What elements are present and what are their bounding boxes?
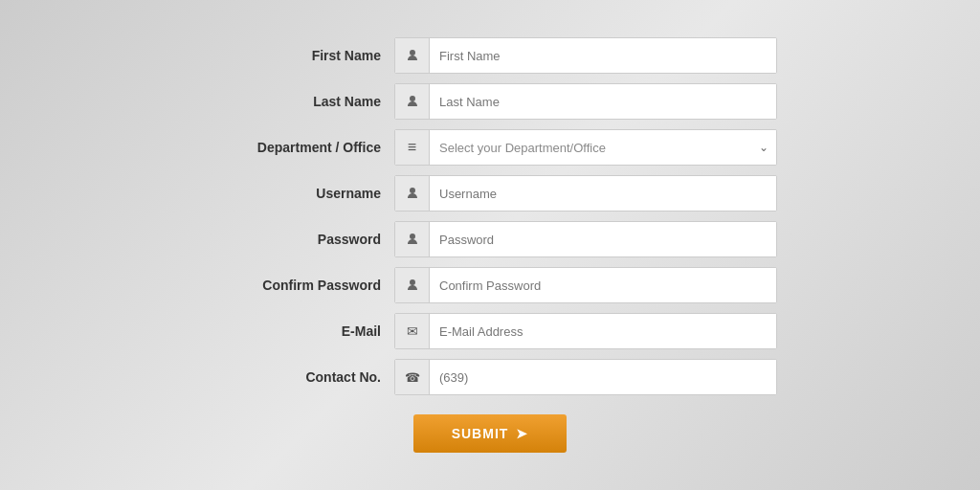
username-input-wrapper bbox=[394, 175, 777, 212]
confirm-password-row: Confirm Password bbox=[203, 267, 777, 303]
confirm-password-input[interactable] bbox=[430, 268, 776, 302]
password-input[interactable] bbox=[430, 222, 776, 256]
email-input-wrapper: ✉ bbox=[394, 313, 777, 349]
password-row: Password bbox=[203, 221, 777, 257]
last-name-row: Last Name bbox=[203, 83, 777, 120]
last-name-input-wrapper bbox=[394, 83, 777, 120]
last-name-input[interactable] bbox=[430, 84, 776, 119]
department-label: Department / Office bbox=[203, 140, 394, 155]
first-name-input-wrapper bbox=[394, 37, 777, 74]
user-icon-5 bbox=[395, 268, 430, 302]
email-input[interactable] bbox=[430, 314, 776, 348]
list-icon: ≡ bbox=[395, 130, 430, 165]
username-input[interactable] bbox=[430, 176, 776, 211]
user-icon-4 bbox=[395, 222, 430, 256]
registration-form: First Name Last Name Department / Office… bbox=[165, 9, 815, 481]
department-row: Department / Office ≡ Select your Depart… bbox=[203, 129, 777, 166]
submit-label: SUBMIT bbox=[452, 426, 509, 441]
first-name-label: First Name bbox=[203, 48, 394, 63]
contact-input-wrapper: ☎ bbox=[394, 359, 777, 395]
email-label: E-Mail bbox=[203, 323, 394, 339]
contact-input[interactable] bbox=[430, 360, 776, 394]
password-input-wrapper bbox=[394, 221, 777, 257]
email-icon: ✉ bbox=[395, 314, 430, 348]
last-name-label: Last Name bbox=[203, 94, 394, 109]
password-label: Password bbox=[203, 232, 394, 247]
department-select-wrapper: Select your Department/Office ⌄ bbox=[430, 130, 776, 165]
user-icon bbox=[395, 38, 430, 73]
confirm-password-input-wrapper bbox=[394, 267, 777, 303]
department-input-wrapper: ≡ Select your Department/Office ⌄ bbox=[394, 129, 777, 166]
email-row: E-Mail ✉ bbox=[203, 313, 777, 349]
confirm-password-label: Confirm Password bbox=[203, 278, 394, 293]
first-name-row: First Name bbox=[203, 37, 777, 74]
submit-arrow-icon: ➤ bbox=[516, 426, 528, 441]
phone-icon: ☎ bbox=[395, 360, 430, 394]
submit-button[interactable]: SUBMIT ➤ bbox=[413, 414, 568, 453]
contact-label: Contact No. bbox=[203, 369, 394, 385]
submit-row: SUBMIT ➤ bbox=[203, 414, 777, 453]
contact-row: Contact No. ☎ bbox=[203, 359, 777, 395]
username-label: Username bbox=[203, 186, 394, 201]
user-icon-2 bbox=[395, 84, 430, 119]
department-select[interactable]: Select your Department/Office bbox=[430, 130, 776, 165]
username-row: Username bbox=[203, 175, 777, 212]
user-icon-3 bbox=[395, 176, 430, 211]
first-name-input[interactable] bbox=[430, 38, 776, 73]
